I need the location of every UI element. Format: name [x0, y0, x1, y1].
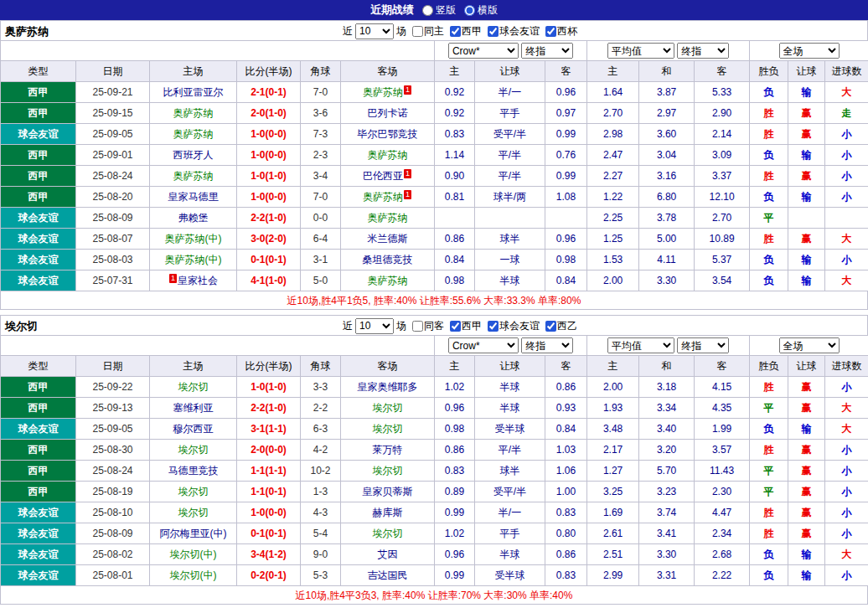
team-name[interactable]: 穆尔西亚 [173, 423, 214, 435]
team-name[interactable]: 埃尔切 [373, 528, 403, 539]
team-name[interactable]: 奥萨苏纳 [363, 191, 403, 203]
score-cell[interactable]: 0-2(0-1) [237, 565, 301, 586]
odds-stage-select[interactable]: 终指 [521, 43, 573, 59]
team-name[interactable]: 桑坦德竞技 [363, 254, 413, 265]
team-name[interactable]: 皇家马德里 [168, 191, 219, 203]
team-name[interactable]: 埃尔切 [178, 444, 209, 456]
team-name[interactable]: 莱万特 [373, 444, 403, 456]
league-filter-copa[interactable]: 西杯 [545, 24, 577, 39]
same-venue-option[interactable]: 同主 [412, 24, 444, 39]
friendly-checkbox[interactable] [488, 26, 499, 37]
home-odds-cell: 0.96 [435, 544, 475, 565]
laliga-checkbox[interactable] [450, 321, 461, 332]
odds-source-select[interactable]: Crow* [448, 337, 519, 353]
score-cell[interactable]: 1-1(0-1) [237, 482, 301, 502]
team-name[interactable]: 皇家奥维耶多 [358, 381, 418, 393]
team-name[interactable]: 赫库斯 [373, 507, 403, 518]
score-cell[interactable]: 2-0(0-0) [237, 440, 301, 461]
league-filter-friendly[interactable]: 球会友谊 [488, 319, 540, 333]
score-cell[interactable]: 1-0(1-0) [237, 377, 301, 398]
match-count-select[interactable]: 10 [355, 23, 394, 39]
score-cell[interactable]: 2-1(0-1) [237, 82, 301, 103]
team-name[interactable]: 奥萨苏纳(中) [165, 233, 222, 245]
layout-option-vertical[interactable]: 竖版 [422, 3, 456, 18]
segunda-checkbox[interactable] [545, 321, 556, 332]
euro-source-select[interactable]: 平均值 [607, 337, 674, 353]
laliga-checkbox[interactable] [450, 26, 461, 37]
score-cell[interactable]: 1-0(0-0) [237, 502, 301, 523]
horizontal-layout-radio[interactable] [464, 5, 475, 16]
team-name[interactable]: 巴列卡诺 [368, 107, 408, 119]
avg-away-odds-cell: 2.68 [695, 544, 750, 565]
vertical-layout-radio[interactable] [422, 5, 433, 16]
league-filter-laliga[interactable]: 西甲 [450, 24, 482, 39]
team-name[interactable]: 埃尔切 [373, 465, 403, 476]
team-name[interactable]: 奥萨苏纳 [173, 170, 214, 182]
score-cell[interactable]: 1-1(1-1) [237, 461, 301, 482]
team-name[interactable]: 奥萨苏纳 [363, 86, 403, 98]
same-venue-checkbox[interactable] [412, 26, 423, 37]
team-name[interactable]: 弗赖堡 [178, 212, 209, 224]
euro-stage-select[interactable]: 终指 [677, 337, 729, 353]
team-name[interactable]: 埃尔切(中) [170, 569, 217, 581]
team-name[interactable]: 埃尔切 [178, 486, 209, 497]
copa-checkbox[interactable] [545, 26, 556, 37]
scope-select[interactable]: 全场 [779, 337, 840, 353]
same-venue-option[interactable]: 同客 [412, 319, 444, 333]
score-cell[interactable]: 1-0(0-0) [237, 145, 301, 166]
team-name[interactable]: 奥萨苏纳 [368, 149, 408, 161]
team-name[interactable]: 毕尔巴鄂竞技 [358, 128, 418, 140]
result-cell: 胜 [750, 166, 788, 187]
team-name[interactable]: 埃尔切 [373, 423, 403, 435]
score-cell[interactable]: 2-2(1-0) [237, 208, 301, 229]
score-cell[interactable]: 3-4(1-2) [237, 544, 301, 565]
team-name[interactable]: 奥萨苏纳 [173, 128, 214, 140]
score-cell[interactable]: 3-0(2-0) [237, 229, 301, 250]
dropdown-row: Crow* 终指 平均值 终指 全场 [1, 336, 868, 356]
team-name[interactable]: 埃尔切 [178, 381, 209, 393]
team-name[interactable]: 吉达国民 [368, 569, 408, 581]
euro-stage-select[interactable]: 终指 [677, 43, 729, 59]
score-cell[interactable]: 1-0(1-0) [237, 166, 301, 187]
score-cell[interactable]: 1-0(0-0) [237, 124, 301, 145]
team-name[interactable]: 马德里竞技 [168, 465, 219, 476]
team-name[interactable]: 米兰德斯 [368, 233, 408, 245]
score-cell[interactable]: 0-1(0-1) [237, 523, 301, 544]
same-venue-checkbox[interactable] [412, 321, 423, 332]
team-name[interactable]: 皇家社会 [178, 275, 218, 286]
team-name[interactable]: 比利亚雷亚尔 [163, 86, 224, 98]
team-name[interactable]: 埃尔切(中) [170, 549, 217, 560]
team-name[interactable]: 皇家贝蒂斯 [363, 486, 413, 497]
odds-stage-select[interactable]: 终指 [521, 337, 573, 353]
team-name[interactable]: 艾因 [378, 549, 398, 560]
score-cell[interactable]: 1-0(0-0) [237, 187, 301, 208]
team-name[interactable]: 巴伦西亚 [363, 170, 403, 182]
score-cell[interactable]: 2-2(1-0) [237, 398, 301, 419]
vertical-layout-label: 竖版 [436, 3, 456, 18]
league-filter-friendly[interactable]: 球会友谊 [488, 24, 540, 39]
layout-option-horizontal[interactable]: 横版 [464, 3, 498, 18]
match-count-select[interactable]: 10 [355, 318, 394, 334]
team-name[interactable]: 阿尔梅里亚(中) [160, 528, 227, 539]
score-cell[interactable]: 3-1(1-1) [237, 419, 301, 440]
score-cell[interactable]: 4-1(1-0) [237, 270, 301, 291]
team-name[interactable]: 埃尔切 [373, 402, 403, 414]
goal-result-cell: 小 [825, 250, 868, 270]
league-filter-laliga[interactable]: 西甲 [450, 319, 482, 333]
scope-select[interactable]: 全场 [779, 43, 840, 59]
team-name[interactable]: 西班牙人 [173, 149, 214, 161]
team-name[interactable]: 奥萨苏纳(中) [165, 254, 222, 265]
score-cell[interactable]: 2-0(1-0) [237, 103, 301, 124]
friendly-checkbox[interactable] [488, 321, 499, 332]
match-row: 球会友谊25-08-09弗赖堡2-2(1-0)0-0奥萨苏纳2.253.782.… [1, 208, 868, 229]
asian-odds-dropdowns: Crow* 终指 [435, 41, 587, 61]
league-filter-segunda[interactable]: 西乙 [545, 319, 577, 333]
score-cell[interactable]: 0-1(0-1) [237, 250, 301, 270]
team-name[interactable]: 埃尔切 [178, 507, 209, 518]
euro-source-select[interactable]: 平均值 [607, 43, 674, 59]
team-name[interactable]: 奥萨苏纳 [368, 212, 408, 224]
team-name[interactable]: 奥萨苏纳 [368, 275, 408, 286]
team-name[interactable]: 塞维利亚 [173, 402, 214, 414]
team-name[interactable]: 奥萨苏纳 [173, 107, 214, 119]
odds-source-select[interactable]: Crow* [448, 43, 519, 59]
